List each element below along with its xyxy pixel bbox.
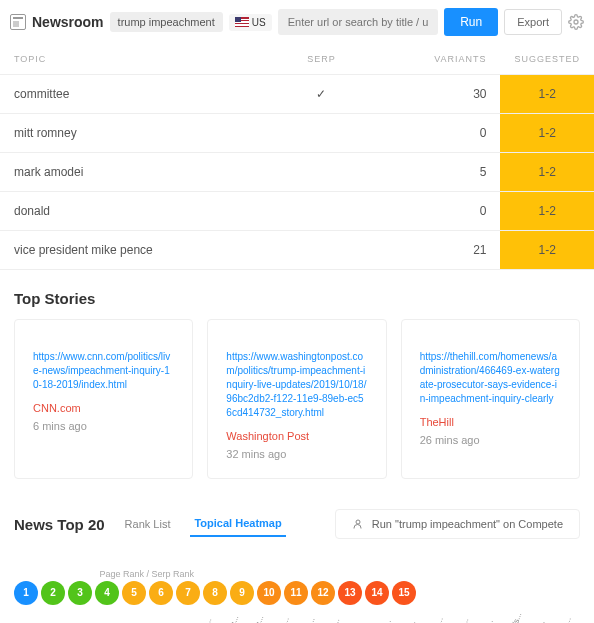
story-source: TheHill [420, 416, 561, 428]
locale-code: US [252, 17, 266, 28]
rank-bubble[interactable]: 12 [311, 581, 335, 605]
story-time: 6 mins ago [33, 420, 174, 432]
story-url[interactable]: https://thehill.com/homenews/administrat… [420, 350, 561, 406]
app-title: Newsroom [32, 14, 104, 30]
heatmap-axis-label: Page Rank / Serp Rank [14, 559, 194, 581]
serp-cell [275, 114, 368, 153]
variants-cell: 5 [368, 153, 500, 192]
story-source: CNN.com [33, 402, 174, 414]
variants-cell: 0 [368, 114, 500, 153]
story-card[interactable]: https://www.washingtonpost.com/politics/… [207, 319, 386, 479]
variants-cell: 30 [368, 75, 500, 114]
col-topic: TOPIC [0, 44, 275, 75]
rank-bubble[interactable]: 2 [41, 581, 65, 605]
tab-rank-list[interactable]: Rank List [121, 512, 175, 536]
newsroom-icon [10, 14, 26, 30]
top-stories-title: Top Stories [0, 270, 594, 319]
topic-cell: committee [0, 75, 275, 114]
table-row[interactable]: donald 0 1-2 [0, 192, 594, 231]
serp-cell [275, 192, 368, 231]
topic-cell: vice president mike pence [0, 231, 275, 270]
story-card[interactable]: https://www.cnn.com/politics/live-news/i… [14, 319, 193, 479]
news-top-20-title: News Top 20 [14, 516, 105, 533]
suggested-cell: 1-2 [500, 75, 594, 114]
serp-cell: ✓ [275, 75, 368, 114]
rank-bubble[interactable]: 9 [230, 581, 254, 605]
story-source: Washington Post [226, 430, 367, 442]
table-row[interactable]: mitt romney 0 1-2 [0, 114, 594, 153]
topic-cell: mark amodei [0, 153, 275, 192]
run-on-compete-button[interactable]: Run "trump impeachment" on Compete [335, 509, 580, 539]
story-card[interactable]: https://thehill.com/homenews/administrat… [401, 319, 580, 479]
svg-point-0 [574, 20, 578, 24]
rank-bubble[interactable]: 14 [365, 581, 389, 605]
heatmap-column-label: ics/trump-i... [190, 610, 228, 623]
rank-bubble[interactable]: 11 [284, 581, 308, 605]
topics-table: TOPIC SERP VARIANTS SUGGESTED committee … [0, 44, 594, 270]
topic-cell: mitt romney [0, 114, 275, 153]
suggested-cell: 1-2 [500, 231, 594, 270]
col-suggested: SUGGESTED [500, 44, 594, 75]
search-input[interactable] [278, 9, 438, 35]
variants-cell: 21 [368, 231, 500, 270]
serp-cell [275, 153, 368, 192]
export-button[interactable]: Export [504, 9, 562, 35]
suggested-cell: 1-2 [500, 153, 594, 192]
rank-bubble[interactable]: 1 [14, 581, 38, 605]
compete-label: Run "trump impeachment" on Compete [372, 518, 563, 530]
col-serp: SERP [275, 44, 368, 75]
user-icon [352, 518, 364, 530]
rank-bubble[interactable]: 4 [95, 581, 119, 605]
story-time: 26 mins ago [420, 434, 561, 446]
rank-bubble[interactable]: 6 [149, 581, 173, 605]
app-logo: Newsroom [10, 14, 104, 30]
gear-icon[interactable] [568, 14, 584, 30]
rank-bubble[interactable]: 7 [176, 581, 200, 605]
table-row[interactable]: committee ✓ 30 1-2 [0, 75, 594, 114]
locale-selector[interactable]: US [229, 14, 272, 31]
story-time: 32 mins ago [226, 448, 367, 460]
svg-point-1 [356, 520, 360, 524]
topic-cell: donald [0, 192, 275, 231]
story-url[interactable]: https://www.cnn.com/politics/live-news/i… [33, 350, 174, 392]
rank-bubble[interactable]: 5 [122, 581, 146, 605]
table-row[interactable]: vice president mike pence 21 1-2 [0, 231, 594, 270]
rank-bubble[interactable]: 3 [68, 581, 92, 605]
us-flag-icon [235, 17, 249, 27]
rank-bubble[interactable]: 8 [203, 581, 227, 605]
table-row[interactable]: mark amodei 5 1-2 [0, 153, 594, 192]
story-url[interactable]: https://www.washingtonpost.com/politics/… [226, 350, 367, 420]
query-badge[interactable]: trump impeachment [110, 12, 223, 32]
suggested-cell: 1-2 [500, 192, 594, 231]
variants-cell: 0 [368, 192, 500, 231]
suggested-cell: 1-2 [500, 114, 594, 153]
tab-topical-heatmap[interactable]: Topical Heatmap [190, 511, 285, 537]
col-variants: VARIANTS [368, 44, 500, 75]
run-button[interactable]: Run [444, 8, 498, 36]
rank-bubble[interactable]: 10 [257, 581, 281, 605]
rank-bubble[interactable]: 15 [392, 581, 416, 605]
serp-cell [275, 231, 368, 270]
rank-bubble[interactable]: 13 [338, 581, 362, 605]
